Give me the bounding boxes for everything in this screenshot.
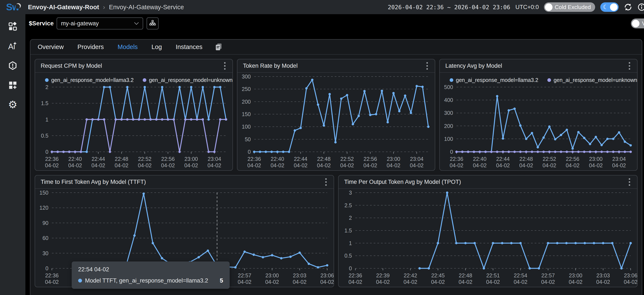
svg-text:04-02: 04-02	[410, 162, 424, 168]
legend-label: gen_ai_response_model=unknown	[149, 77, 233, 83]
breadcrumb-current[interactable]: Envoy-AI-Gateway-Service	[109, 4, 184, 11]
copy-pages-icon	[214, 42, 223, 51]
chart-tooltip: 22:54 04-02 Model TTFT, gen_ai_response_…	[72, 262, 230, 289]
svg-text:60: 60	[42, 235, 48, 241]
svg-text:22:36: 22:36	[349, 273, 362, 279]
panel-body: 05010015020025030022:3604-0222:4004-0222…	[238, 73, 435, 170]
app-logo[interactable]: Sw	[0, 2, 26, 12]
line-chart[interactable]: 05010015020025030022:3604-0222:4004-0222…	[238, 73, 435, 170]
svg-text:04-02: 04-02	[612, 162, 626, 168]
svg-text:22:40: 22:40	[271, 156, 284, 162]
line-chart[interactable]: 00.511.5222:3604-0222:4004-0222:4404-022…	[35, 83, 232, 170]
line-chart[interactable]: 00.511.522.5322:3604-0222:3904-0222:4204…	[338, 189, 637, 287]
svg-text:500: 500	[444, 84, 453, 90]
svg-text:04-02: 04-02	[184, 162, 198, 168]
svg-text:22:36: 22:36	[45, 273, 59, 279]
panel-body: gen_ai_response_model=llama3.2gen_ai_res…	[35, 73, 232, 170]
panel-menu-button[interactable]	[628, 61, 632, 71]
panel-menu-button[interactable]	[324, 177, 328, 187]
view-toggle[interactable]: V	[631, 18, 644, 28]
svg-text:04-02: 04-02	[340, 162, 354, 168]
cold-excluded-toggle[interactable]: Cold Excluded	[544, 2, 595, 12]
svg-text:04-02: 04-02	[293, 279, 306, 285]
svg-text:04-02: 04-02	[92, 162, 105, 168]
svg-text:2: 2	[349, 215, 352, 221]
breadcrumb-root[interactable]: Envoy-AI-Gateway-Root	[28, 4, 99, 11]
svg-text:23:04: 23:04	[612, 156, 626, 162]
service-select-value: my-ai-gateway	[61, 20, 99, 27]
svg-text:23:06: 23:06	[320, 273, 334, 279]
alerting-icon	[8, 61, 18, 70]
latency-avg-by-model-svg: 010020030040050022:3604-0222:4004-0222:4…	[440, 83, 637, 170]
charts-row-1: Request CPM by Model gen_ai_response_mod…	[35, 59, 638, 171]
view-toggle-label: V	[642, 20, 644, 27]
panel-header: Time Per Output Token Avg by Model (TPOT…	[338, 175, 637, 189]
svg-text:1.5: 1.5	[344, 228, 352, 234]
legend-item[interactable]: gen_ai_response_model=llama3.2	[45, 77, 134, 83]
panel-menu-button[interactable]	[425, 61, 429, 71]
svg-text:22:36: 22:36	[45, 156, 59, 162]
svg-text:23:00: 23:00	[266, 273, 279, 279]
panel-header: Time to First Token Avg by Model (TTFT)	[35, 175, 334, 189]
svg-text:23:00: 23:00	[184, 156, 198, 162]
toggle-knob	[632, 20, 640, 27]
svg-text:250: 250	[242, 86, 251, 92]
svg-text:04-02: 04-02	[431, 279, 445, 285]
tab-providers[interactable]: Providers	[78, 43, 104, 50]
svg-text:22:36: 22:36	[248, 156, 261, 162]
svg-text:04-02: 04-02	[348, 279, 362, 285]
svg-text:22:56: 22:56	[161, 156, 175, 162]
svg-text:150: 150	[242, 111, 251, 117]
theme-toggle[interactable]: ☾	[600, 2, 618, 12]
svg-text:04-02: 04-02	[294, 162, 308, 168]
svg-text:04-02: 04-02	[566, 162, 580, 168]
sidebar-item-ai-pipeline[interactable]: Ai	[8, 41, 18, 51]
svg-text:22:39: 22:39	[376, 273, 390, 279]
tab-log[interactable]: Log	[152, 43, 162, 50]
svg-text:04-02: 04-02	[161, 162, 175, 168]
sidebar-item-alerting[interactable]	[8, 61, 18, 70]
panel-title: Latency Avg by Model	[445, 62, 502, 69]
tooltip-row: Model TTFT, gen_ai_response_model=llama3…	[78, 277, 223, 284]
svg-text:22:45: 22:45	[431, 273, 445, 279]
panel-menu-button[interactable]	[628, 177, 632, 187]
tab-instances[interactable]: Instances	[176, 43, 202, 50]
sidebar-item-settings[interactable]: ⚙	[8, 100, 18, 110]
topology-button[interactable]	[146, 17, 159, 29]
svg-text:1: 1	[349, 240, 352, 246]
copy-dashboard-button[interactable]	[214, 42, 223, 51]
sidebar-item-dashboards[interactable]	[8, 21, 18, 31]
tab-overview[interactable]: Overview	[38, 43, 64, 50]
utc-offset[interactable]: UTC+0:0	[515, 4, 539, 10]
panel-header: Request CPM by Model	[35, 59, 232, 73]
dashboard-container: OverviewProvidersModelsLogInstances Requ…	[30, 39, 642, 295]
service-variable-label: $Service	[29, 20, 54, 27]
tab-models[interactable]: Models	[118, 43, 138, 50]
legend-item[interactable]: gen_ai_response_model=unknown	[547, 77, 637, 83]
panel-menu-button[interactable]	[223, 61, 227, 71]
svg-text:22:48: 22:48	[459, 273, 472, 279]
legend-item[interactable]: gen_ai_response_model=llama3.2	[450, 77, 538, 83]
service-select[interactable]: my-ai-gateway	[56, 17, 143, 29]
svg-text:23:06: 23:06	[624, 273, 637, 279]
line-chart[interactable]: 010020030040050022:3604-0222:4004-0222:4…	[440, 83, 637, 170]
svg-text:22:57: 22:57	[541, 273, 555, 279]
legend-label: gen_ai_response_model=unknown	[554, 77, 637, 83]
legend-item[interactable]: gen_ai_response_model=unknown	[143, 77, 233, 83]
info-button[interactable]	[638, 3, 644, 11]
svg-text:0.5: 0.5	[41, 133, 48, 139]
time-range-picker[interactable]: 2026-04-02 22:36 ~ 2026-04-02 23:06	[388, 4, 510, 10]
sidebar-item-widgets[interactable]	[8, 80, 18, 90]
info-icon	[638, 3, 644, 11]
series-dot-icon	[45, 78, 49, 82]
svg-text:23:00: 23:00	[589, 156, 603, 162]
svg-text:04-02: 04-02	[459, 279, 472, 285]
svg-text:22:40: 22:40	[68, 156, 82, 162]
svg-text:04-02: 04-02	[265, 279, 279, 285]
svg-text:04-02: 04-02	[247, 162, 261, 168]
series-dot-icon	[547, 78, 551, 82]
refresh-button[interactable]	[624, 3, 632, 11]
svg-text:04-02: 04-02	[317, 162, 331, 168]
svg-text:22:52: 22:52	[542, 156, 556, 162]
svg-text:2: 2	[46, 84, 48, 90]
